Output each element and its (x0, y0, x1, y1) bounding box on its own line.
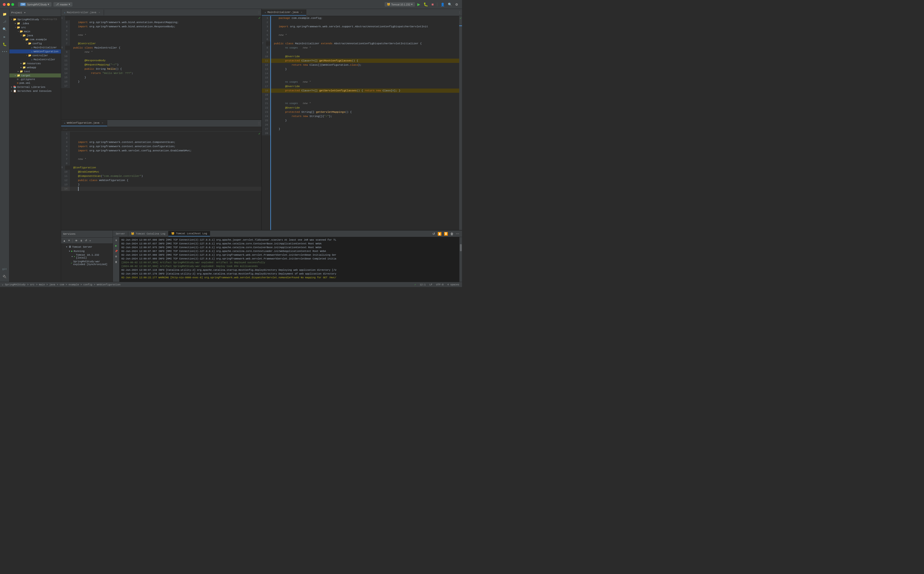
minimize-button[interactable] (7, 3, 10, 6)
green-dot-icon: ● (74, 255, 75, 257)
maximize-button[interactable] (11, 3, 14, 6)
log-settings-button[interactable]: ⚙ (114, 254, 118, 259)
tree-item-resources[interactable]: ▶ 📁 resources (9, 62, 61, 65)
tree-item-gitignore[interactable]: ▶ m .gitignore (9, 77, 61, 81)
services-restart-button[interactable]: ↺ (84, 238, 88, 243)
tree-item-idea[interactable]: ▶ 📁 .idea (9, 21, 61, 25)
log-resume-button[interactable]: ▶ (114, 243, 118, 248)
tab-maininitializer[interactable]: ☕ MainInitializer.java ✕ (262, 9, 306, 16)
sidebar-icon-more[interactable]: ••• (2, 49, 8, 55)
search-button[interactable]: 🔍 (447, 2, 453, 7)
log-tab-catalina[interactable]: 🐱 Tomcat Catalina Log (128, 231, 168, 236)
line-content: new * (270, 33, 462, 37)
statusbar: ☕ SpringMVCStudy > src > main > java > c… (0, 282, 462, 287)
status-line-sep[interactable]: LF (428, 283, 433, 286)
tree-item-com-example[interactable]: ▾ 📂 com.example (9, 38, 61, 41)
run-button[interactable]: ▶ (416, 1, 421, 8)
tree-arrow: ▾ (10, 18, 13, 21)
services-expand-button[interactable]: ▲ (62, 238, 67, 243)
log-content[interactable]: 02-Jun-2024 12:09:07.608 INFO [RMI TCP C… (119, 237, 459, 282)
log-pause-button[interactable]: ⏸ (114, 238, 118, 243)
project-dropdown-button[interactable]: SM SpringMVCStudy ▾ (18, 2, 52, 6)
log-tab-localhost[interactable]: 🐱 Tomcat Localhost Log (168, 231, 210, 237)
more-tabs-button[interactable]: ⋮ (257, 121, 261, 126)
line-content (70, 132, 261, 136)
log-trash-button[interactable]: 🗑 (114, 260, 118, 264)
services-stop-button[interactable]: ⏸ (79, 238, 83, 243)
divider (437, 3, 437, 6)
sidebar-icon-plugins[interactable]: 🔌 (2, 273, 8, 280)
tree-item-pom[interactable]: ▶ m pom.xml (9, 81, 61, 85)
services-run-button[interactable]: 👁 (74, 238, 79, 243)
tree-item-target[interactable]: ▶ 📁 target (9, 73, 61, 77)
tree-item-main[interactable]: ▾ 📂 main (9, 30, 61, 33)
sidebar-icon-run[interactable]: ▶ (2, 33, 8, 40)
log-more-button[interactable]: ⋯ (455, 231, 460, 237)
tree-item-webconfiguration[interactable]: ▶ ☕ WebConfiguration (9, 49, 61, 54)
status-position[interactable]: 12:1 (419, 283, 426, 286)
main-controller-editor[interactable]: ✓ 1 2 import org.springframework.web.bin… (61, 16, 261, 119)
tree-item-config[interactable]: ▾ 📂 config (9, 41, 61, 46)
log-clear-button[interactable]: 🗑 (449, 231, 454, 237)
code-line: 2 import org.springframework.web.bind.an… (61, 20, 261, 24)
sidebar-icon-search[interactable]: 🔍 (2, 26, 8, 33)
close-button[interactable] (3, 3, 6, 6)
line-number: ●9 (61, 166, 65, 170)
sidebar-icon-git[interactable]: git (2, 266, 8, 273)
line-number: 27 (262, 127, 270, 131)
service-item-tomcat-instance[interactable]: ▾ ● Tomcat 10.1.232 [local] (61, 253, 113, 260)
status-indent[interactable]: 4 spaces (446, 283, 460, 286)
log-scrollbar[interactable] (459, 237, 462, 282)
branch-dropdown-button[interactable]: ⎇ master ▾ (53, 2, 72, 6)
tree-item-root[interactable]: ▾ 📂 SpringMVCStudy ~/Desktop/CS (9, 17, 61, 21)
code-line: 12 @RequestMapping("~/") (61, 63, 261, 67)
line-number: 23 (262, 110, 270, 114)
tab-close-button[interactable]: ✕ (101, 121, 104, 125)
log-pin-button[interactable]: 📌 (114, 249, 119, 253)
line-content: } (270, 67, 462, 71)
tab-close-button[interactable]: ✕ (97, 11, 101, 14)
more-tabs-button[interactable]: ⋮ (457, 10, 462, 15)
tree-item-maininitializer[interactable]: ▶ ☕ MainInitializer (9, 46, 61, 49)
debug-button[interactable]: 🐛 (423, 1, 429, 8)
profile-button[interactable]: 👤 (440, 2, 446, 7)
settings-button[interactable]: ⚙ (454, 2, 459, 7)
web-config-editor[interactable]: ✓ 1 2 3 im (61, 132, 261, 230)
tree-item-test[interactable]: ▶ 📁 test (9, 69, 61, 73)
tab-close-button[interactable]: ✕ (300, 11, 303, 14)
line-content: new * (70, 33, 261, 37)
services-add-button[interactable]: + (88, 238, 92, 243)
service-item-tomcat-server[interactable]: ▾ 🖥 Tomcat Server (61, 244, 113, 249)
stop-button[interactable]: ■ (431, 2, 435, 8)
tree-item-external-libraries[interactable]: ▶ 📚 External Libraries (9, 85, 61, 89)
tree-item-controller[interactable]: ▾ 📂 controller (9, 54, 61, 57)
sidebar-icon-project[interactable]: 📁 (2, 11, 8, 17)
tree-item-src[interactable]: ▾ 📂 src (9, 25, 61, 30)
folder-icon: 📁 (20, 70, 23, 73)
bottom-panel: Services ▲ ✕ 👁 ⏸ ↺ + ▾ 🖥 (61, 230, 462, 282)
main-initializer-editor[interactable]: ✓ 1 package com.example.config; 2 (262, 16, 462, 230)
log-reload-button[interactable]: ↺ (431, 231, 436, 237)
sidebar-icon-debug[interactable]: 🐛 (2, 41, 8, 47)
sidebar-icon-vcs[interactable]: ⎇ (2, 18, 8, 25)
log-scroll-up-button[interactable]: ⏫ (437, 231, 443, 237)
services-collapse-button[interactable]: ✕ (67, 238, 71, 243)
more-tabs-button[interactable]: ⋮ (257, 10, 261, 15)
run-config-button[interactable]: 🐱 Tomcat 10.1.232 ▾ (385, 2, 415, 6)
log-scroll-down-button[interactable]: ⏬ (443, 231, 449, 237)
log-tab-server[interactable]: Server (113, 232, 128, 236)
service-item-war[interactable]: ✓ SpringMVCStudy:war exploded [Synchroni… (61, 260, 113, 266)
code-line: 4 (262, 29, 462, 33)
services-tree[interactable]: ▾ 🖥 Tomcat Server ▾ ▶ Running ▾ (61, 244, 113, 282)
editor-check-indicator: ✓ (259, 16, 261, 20)
project-tree[interactable]: ▾ 📂 SpringMVCStudy ~/Desktop/CS ▶ 📁 .ide… (9, 16, 61, 282)
tree-item-webapp[interactable]: ▶ 📁 webapp (9, 65, 61, 69)
tab-webconfiguration[interactable]: ☕ WebConfiguration.java ✕ (61, 120, 107, 126)
scroll-marker (459, 25, 462, 26)
tab-maincontroller[interactable]: ☕ MainController.java ✕ (61, 9, 104, 15)
tree-item-scratches[interactable]: ▶ 📋 Scratches and Consoles (9, 89, 61, 93)
tree-item-maincontroller[interactable]: ▶ ☕ MainController (9, 57, 61, 62)
status-encoding[interactable]: UTF-8 (435, 283, 445, 286)
tree-item-java[interactable]: ▾ 📂 java (9, 33, 61, 38)
service-item-running[interactable]: ▾ ▶ Running (61, 249, 113, 253)
